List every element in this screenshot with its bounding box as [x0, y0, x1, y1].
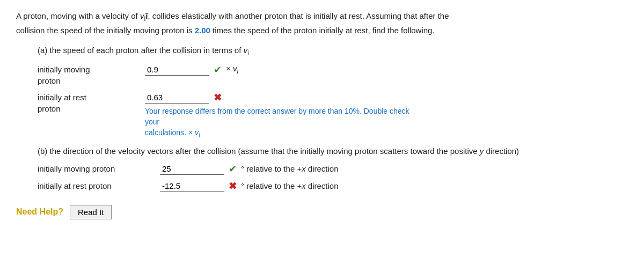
part-a-title: (a) the speed of each proton after the c…: [38, 45, 628, 58]
part-a-row-2: initially at restproton ✖ Your response …: [38, 92, 628, 140]
part-a-input-area-2: ✖ Your response differs from the correct…: [145, 92, 413, 140]
part-b-input-2[interactable]: [160, 180, 224, 192]
problem-statement: A proton, moving with a velocity of viî,…: [16, 10, 628, 37]
part-b-label-1: initially moving proton: [38, 164, 156, 173]
part-b-label-2: initially at rest proton: [38, 181, 156, 190]
part-a-input-area-1: ✔ × vi: [145, 64, 238, 76]
part-b-title: (b) the direction of the velocity vector…: [38, 145, 628, 158]
x-icon-b-2: ✖: [229, 180, 237, 192]
part-a-input-row-1: ✔ × vi: [145, 64, 238, 76]
check-icon-b-1: ✔: [229, 163, 237, 175]
check-icon-1: ✔: [214, 64, 222, 76]
part-a-label-2: initially at restproton: [38, 92, 145, 114]
part-a-row-1: initially movingproton ✔ × vi: [38, 64, 628, 86]
part-a-error-2: Your response differs from the correct a…: [145, 106, 413, 140]
read-it-button[interactable]: Read It: [70, 205, 112, 219]
intro-text-2: collision the speed of the initially mov…: [16, 26, 435, 35]
need-help-section: Need Help? Read It: [16, 205, 628, 219]
part-a-label-1: initially movingproton: [38, 64, 145, 86]
part-b-unit-2: ° relative to the +x direction: [241, 181, 339, 190]
part-a-section: (a) the speed of each proton after the c…: [38, 45, 628, 140]
part-a-input-2[interactable]: [145, 92, 209, 104]
part-a-input-1[interactable]: [145, 64, 209, 76]
x-icon-2: ✖: [214, 92, 222, 104]
part-b-section: (b) the direction of the velocity vector…: [38, 145, 628, 192]
highlight-value: 2.00: [195, 26, 210, 35]
part-b-row-1: initially moving proton ✔ ° relative to …: [38, 163, 628, 175]
need-help-label: Need Help?: [16, 207, 63, 217]
part-a-input-row-2: ✖: [145, 92, 413, 104]
part-b-input-1[interactable]: [160, 163, 224, 175]
intro-text-1: A proton, moving with a velocity of viî,…: [16, 11, 449, 20]
part-a-unit-1: × vi: [226, 64, 238, 75]
part-b-unit-1: ° relative to the +x direction: [241, 164, 339, 173]
part-b-row-2: initially at rest proton ✖ ° relative to…: [38, 180, 628, 192]
